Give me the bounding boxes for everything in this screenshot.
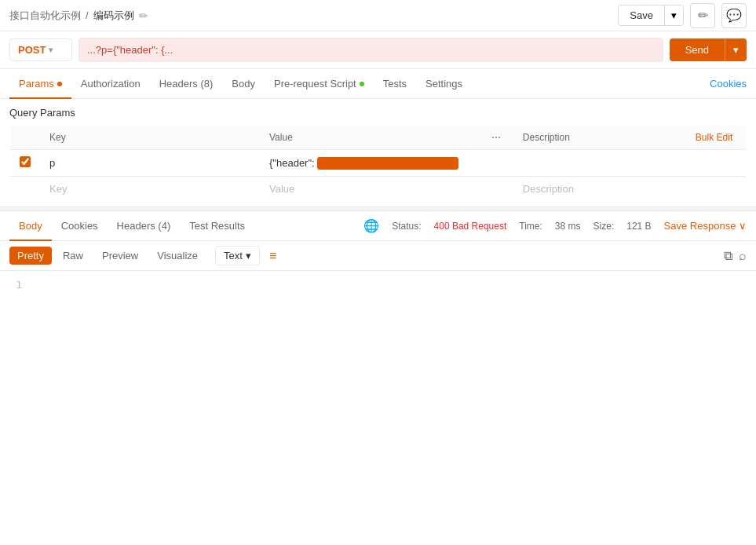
row-key-cell: p xyxy=(40,150,260,177)
empty-value-cell[interactable]: Value xyxy=(260,177,482,202)
row-value-cell: {"header": xyxy=(260,150,482,177)
line-numbers: 1 xyxy=(0,271,28,298)
comment-button[interactable]: 💬 xyxy=(721,3,747,28)
params-table: Key Value ⋯ Description Bulk Edit p {"he… xyxy=(9,125,747,202)
copy-button[interactable]: ⧉ xyxy=(724,249,732,263)
edit-icon[interactable]: ✏ xyxy=(139,9,148,22)
tab-headers[interactable]: Headers (8) xyxy=(150,70,223,99)
tab-tests[interactable]: Tests xyxy=(374,70,416,99)
format-type-arrow: ▾ xyxy=(246,250,251,262)
empty-key-cell[interactable]: Key xyxy=(40,177,260,202)
empty-desc-placeholder: Description xyxy=(523,183,574,195)
url-bar: POST ▾ Send ▾ xyxy=(0,31,756,69)
table-empty-row: Key Value Description xyxy=(10,177,747,202)
col-bulk-edit: Bulk Edit xyxy=(686,126,747,150)
breadcrumb-current: 编码示例 xyxy=(93,9,134,23)
row-more-cell xyxy=(482,150,513,177)
empty-desc-cell[interactable]: Description xyxy=(513,177,686,202)
method-select[interactable]: POST ▾ xyxy=(9,38,72,61)
resp-tab-headers[interactable]: Headers (4) xyxy=(108,212,181,241)
col-description: Description xyxy=(513,126,686,150)
col-key: Key xyxy=(40,126,260,150)
save-btn-group: Save ▾ xyxy=(618,5,684,26)
row-checkbox[interactable] xyxy=(20,156,31,167)
breadcrumb-separator: / xyxy=(86,9,89,21)
empty-extra-cell xyxy=(686,177,747,202)
fmt-pretty-button[interactable]: Pretty xyxy=(9,247,52,265)
resp-status-bar: 🌐 Status: 400 Bad Request Time: 38 ms Si… xyxy=(363,218,747,233)
table-row: p {"header": xyxy=(10,150,747,177)
bulk-edit-button[interactable]: Bulk Edit xyxy=(696,132,732,143)
fmt-actions: ⧉ ⌕ xyxy=(724,249,747,263)
method-dropdown-icon: ▾ xyxy=(49,46,53,54)
row-checkbox-cell xyxy=(10,150,41,177)
resp-tab-test-results[interactable]: Test Results xyxy=(180,212,254,241)
url-input-wrapper xyxy=(79,38,663,62)
col-more: ⋯ xyxy=(482,126,513,150)
cookies-link[interactable]: Cookies xyxy=(710,78,747,90)
empty-checkbox-cell xyxy=(10,177,41,202)
format-type-select[interactable]: Text ▾ xyxy=(215,246,260,265)
save-response-button[interactable]: Save Response ∨ xyxy=(664,220,747,232)
empty-more-cell xyxy=(482,177,513,202)
line-number: 1 xyxy=(6,279,22,291)
breadcrumb-parent: 接口自动化示例 xyxy=(9,9,81,23)
row-value-redacted xyxy=(317,157,458,170)
format-type-value: Text xyxy=(224,250,243,262)
code-area: 1 xyxy=(0,271,756,298)
breadcrumb: 接口自动化示例 / 编码示例 ✏ xyxy=(9,9,148,23)
send-button[interactable]: Send xyxy=(670,38,725,61)
resp-tab-body[interactable]: Body xyxy=(9,212,52,241)
method-label: POST xyxy=(18,44,46,56)
time-label: Time: xyxy=(519,221,542,232)
query-params-section: Query Params Key Value ⋯ Description Bul… xyxy=(0,99,756,207)
params-dot xyxy=(57,82,62,86)
prerequest-dot xyxy=(360,82,364,86)
tab-authorization[interactable]: Authorization xyxy=(71,70,150,99)
top-actions: Save ▾ ✏ 💬 xyxy=(618,3,747,28)
tab-settings[interactable]: Settings xyxy=(416,70,472,99)
empty-key-placeholder: Key xyxy=(49,183,67,195)
response-header: Body Cookies Headers (4) Test Results 🌐 … xyxy=(0,211,756,241)
top-bar: 接口自动化示例 / 编码示例 ✏ Save ▾ ✏ 💬 xyxy=(0,0,756,31)
row-key-value: p xyxy=(49,157,55,169)
status-value: 400 Bad Request xyxy=(434,221,507,232)
request-tabs-bar: Params Authorization Headers (8) Body Pr… xyxy=(0,69,756,99)
fmt-visualize-button[interactable]: Visualize xyxy=(149,247,206,265)
row-desc-cell xyxy=(513,150,686,177)
status-label: Status: xyxy=(392,221,421,232)
globe-icon: 🌐 xyxy=(363,218,379,233)
size-value: 121 B xyxy=(626,221,651,232)
wrap-icon[interactable]: ≡ xyxy=(269,249,276,263)
tab-prerequest[interactable]: Pre-request Script xyxy=(265,70,374,99)
search-button[interactable]: ⌕ xyxy=(739,249,747,263)
resp-tab-cookies[interactable]: Cookies xyxy=(52,212,108,241)
row-value-prefix: {"header": xyxy=(269,157,317,169)
tab-params[interactable]: Params xyxy=(9,70,71,99)
col-checkbox xyxy=(10,126,41,150)
time-value: 38 ms xyxy=(555,221,581,232)
col-value: Value xyxy=(260,126,482,150)
empty-value-placeholder: Value xyxy=(269,183,294,195)
save-dropdown-button[interactable]: ▾ xyxy=(664,5,683,25)
url-input[interactable] xyxy=(79,38,663,62)
code-content[interactable] xyxy=(28,271,756,298)
size-label: Size: xyxy=(593,221,615,232)
format-bar: Pretty Raw Preview Visualize Text ▾ ≡ ⧉ … xyxy=(0,241,756,271)
fmt-raw-button[interactable]: Raw xyxy=(55,247,91,265)
pen-button[interactable]: ✏ xyxy=(690,3,715,28)
send-dropdown-button[interactable]: ▾ xyxy=(725,38,747,61)
tab-body[interactable]: Body xyxy=(222,70,265,99)
send-btn-group: Send ▾ xyxy=(670,38,747,61)
query-params-title: Query Params xyxy=(9,107,747,119)
save-button[interactable]: Save xyxy=(619,5,664,25)
row-extra-cell xyxy=(686,150,747,177)
fmt-preview-button[interactable]: Preview xyxy=(94,247,146,265)
